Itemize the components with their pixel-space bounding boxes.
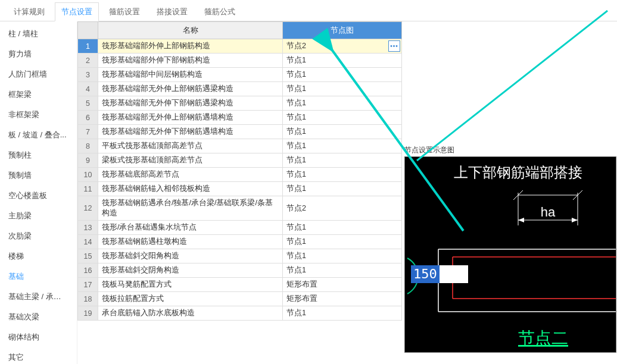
table-row[interactable]: 16筏形基础斜交阴角构造节点1	[78, 263, 402, 278]
row-img[interactable]: 节点1	[283, 221, 402, 235]
sidebar-item-7[interactable]: 预制墙	[0, 165, 77, 186]
row-idx: 3	[78, 68, 98, 82]
row-img[interactable]: 节点1	[283, 111, 402, 125]
sidebar-item-12[interactable]: 基础	[0, 266, 77, 287]
sidebar-item-15[interactable]: 砌体结构	[0, 327, 77, 347]
sidebar-item-6[interactable]: 预制柱	[0, 145, 77, 165]
table-row[interactable]: 14筏形基础钢筋遇柱墩构造节点1	[78, 235, 402, 249]
row-name[interactable]: 筏形基础斜交阴角构造	[98, 263, 283, 278]
row-img[interactable]: 节点1	[283, 125, 402, 139]
row-img[interactable]: 节点2•••	[283, 39, 402, 54]
sidebar-item-0[interactable]: 柱 / 墙柱	[0, 24, 77, 44]
node-table: 名称 节点图 1筏形基础端部外伸上部钢筋构造节点2•••2筏形基础端部外伸下部钢…	[77, 21, 402, 321]
sidebar-item-8[interactable]: 空心楼盖板	[0, 186, 77, 206]
table-row[interactable]: 7筏形基础端部无外伸下部钢筋遇墙构造节点1	[78, 125, 402, 139]
table-row[interactable]: 1筏形基础端部外伸上部钢筋构造节点2•••	[78, 39, 402, 54]
row-idx: 12	[78, 196, 98, 221]
sidebar-item-3[interactable]: 框架梁	[0, 84, 77, 105]
row-name[interactable]: 筏形基础斜交阳角构造	[98, 249, 283, 263]
table-row[interactable]: 15筏形基础斜交阳角构造节点1	[78, 249, 402, 263]
table-row[interactable]: 19承台底筋锚入防水底板构造节点1	[78, 306, 402, 321]
table-row[interactable]: 13筏形/承台基础遇集水坑节点节点1	[78, 221, 402, 235]
row-name[interactable]: 筏形基础端部外伸下部钢筋构造	[98, 54, 283, 68]
col-img-header: 节点图	[283, 22, 402, 39]
col-name-header: 名称	[98, 22, 283, 39]
row-img[interactable]: 节点1	[283, 182, 402, 196]
row-name[interactable]: 筏形基础端部无外伸下部钢筋遇墙构造	[98, 125, 283, 139]
row-name[interactable]: 筏形基础端部无外伸下部钢筋遇梁构造	[98, 96, 283, 111]
content: 名称 节点图 1筏形基础端部外伸上部钢筋构造节点2•••2筏形基础端部外伸下部钢…	[77, 21, 617, 364]
row-img[interactable]: 节点1	[283, 139, 402, 153]
row-name[interactable]: 筏形基础底部高差节点	[98, 168, 283, 182]
row-img[interactable]: 节点1	[283, 306, 402, 321]
row-name[interactable]: 平板式筏形基础顶部高差节点	[98, 139, 283, 153]
row-idx: 9	[78, 153, 98, 168]
sidebar-item-9[interactable]: 主肋梁	[0, 206, 77, 226]
table-row[interactable]: 9梁板式筏形基础顶部高差节点节点1	[78, 153, 402, 168]
row-name[interactable]: 筏板马凳筋配置方式	[98, 278, 283, 292]
row-img[interactable]: 节点1	[283, 249, 402, 263]
table-row[interactable]: 3筏形基础端部中间层钢筋构造节点1	[78, 68, 402, 82]
col-idx-header	[78, 22, 98, 39]
svg-marker-7	[572, 218, 578, 222]
ellipsis-button[interactable]: •••	[388, 40, 400, 52]
preview-label: 节点设置示意图	[404, 145, 617, 156]
sidebar-item-16[interactable]: 其它	[0, 347, 77, 364]
row-img[interactable]: 节点1	[283, 235, 402, 249]
sidebar-item-13[interactable]: 基础主梁 / 承台梁	[0, 287, 77, 307]
row-idx: 7	[78, 125, 98, 139]
row-name[interactable]: 筏形基础钢筋锚入相邻筏板构造	[98, 182, 283, 196]
row-name[interactable]: 筏形基础端部无外伸上部钢筋遇墙构造	[98, 111, 283, 125]
table-row[interactable]: 8平板式筏形基础顶部高差节点节点1	[78, 139, 402, 153]
row-name[interactable]: 承台底筋锚入防水底板构造	[98, 306, 283, 321]
table-row[interactable]: 5筏形基础端部无外伸下部钢筋遇梁构造节点1	[78, 96, 402, 111]
tab-1[interactable]: 节点设置	[55, 2, 99, 21]
tab-4[interactable]: 箍筋公式	[198, 2, 242, 21]
row-img[interactable]: 节点1	[283, 153, 402, 168]
row-name[interactable]: 筏形基础钢筋遇承台/独基/承台梁/基础联系梁/条基构造	[98, 196, 283, 221]
row-idx: 16	[78, 263, 98, 278]
sidebar-item-14[interactable]: 基础次梁	[0, 307, 77, 327]
row-img[interactable]: 矩形布置	[283, 278, 402, 292]
row-name[interactable]: 筏形基础端部中间层钢筋构造	[98, 68, 283, 82]
row-name[interactable]: 筏形基础钢筋遇柱墩构造	[98, 235, 283, 249]
row-name[interactable]: 筏形/承台基础遇集水坑节点	[98, 221, 283, 235]
row-name[interactable]: 筏形基础端部外伸上部钢筋构造	[98, 39, 283, 54]
table-row[interactable]: 17筏板马凳筋配置方式矩形布置	[78, 278, 402, 292]
row-idx: 6	[78, 111, 98, 125]
row-img[interactable]: 节点2	[283, 196, 402, 221]
row-idx: 10	[78, 168, 98, 182]
sidebar-item-2[interactable]: 人防门框墙	[0, 64, 77, 84]
table-row[interactable]: 18筏板拉筋配置方式矩形布置	[78, 292, 402, 306]
row-idx: 11	[78, 182, 98, 196]
row-name[interactable]: 筏形基础端部无外伸上部钢筋遇梁构造	[98, 82, 283, 96]
table-row[interactable]: 6筏形基础端部无外伸上部钢筋遇墙构造节点1	[78, 111, 402, 125]
table-row[interactable]: 10筏形基础底部高差节点节点1	[78, 168, 402, 182]
table-row[interactable]: 2筏形基础端部外伸下部钢筋构造节点1	[78, 54, 402, 68]
value-field[interactable]: 150	[411, 265, 468, 283]
row-img[interactable]: 节点1	[283, 68, 402, 82]
main-area: 柱 / 墙柱剪力墙人防门框墙框架梁非框架梁板 / 坡道 / 叠合...预制柱预制…	[0, 21, 617, 364]
row-img[interactable]: 节点1	[283, 82, 402, 96]
sidebar-item-5[interactable]: 板 / 坡道 / 叠合...	[0, 125, 77, 145]
sidebar-item-1[interactable]: 剪力墙	[0, 44, 77, 64]
row-name[interactable]: 筏板拉筋配置方式	[98, 292, 283, 306]
tab-3[interactable]: 搭接设置	[150, 2, 194, 21]
svg-marker-6	[518, 218, 524, 222]
row-name[interactable]: 梁板式筏形基础顶部高差节点	[98, 153, 283, 168]
row-img[interactable]: 节点1	[283, 168, 402, 182]
sidebar-item-10[interactable]: 次肋梁	[0, 226, 77, 246]
row-img[interactable]: 矩形布置	[283, 292, 402, 306]
row-img[interactable]: 节点1	[283, 96, 402, 111]
table-row[interactable]: 4筏形基础端部无外伸上部钢筋遇梁构造节点1	[78, 82, 402, 96]
tab-2[interactable]: 箍筋设置	[102, 2, 147, 21]
table-row[interactable]: 11筏形基础钢筋锚入相邻筏板构造节点1	[78, 182, 402, 196]
row-img[interactable]: 节点1	[283, 263, 402, 278]
tab-0[interactable]: 计算规则	[7, 2, 51, 21]
preview-box: 上下部钢筋端部搭接 ha	[404, 156, 616, 353]
row-img[interactable]: 节点1	[283, 54, 402, 68]
table-row[interactable]: 12筏形基础钢筋遇承台/独基/承台梁/基础联系梁/条基构造节点2	[78, 196, 402, 221]
sidebar-item-11[interactable]: 楼梯	[0, 246, 77, 266]
sidebar: 柱 / 墙柱剪力墙人防门框墙框架梁非框架梁板 / 坡道 / 叠合...预制柱预制…	[0, 21, 77, 364]
sidebar-item-4[interactable]: 非框架梁	[0, 105, 77, 125]
